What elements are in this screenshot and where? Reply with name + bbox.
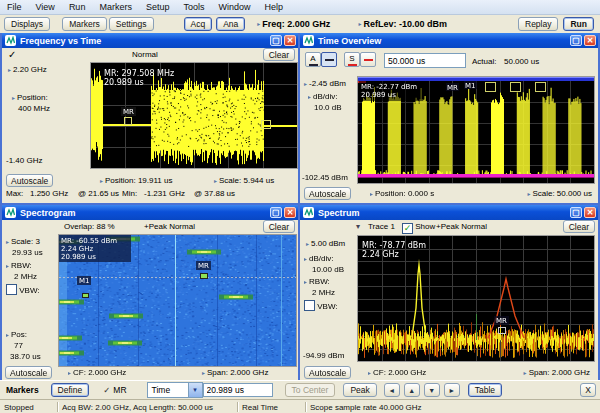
clear-button[interactable]: Clear [263, 220, 295, 233]
overlap-readout[interactable]: Overlap: 88 % [64, 222, 115, 231]
table-button[interactable]: Table [468, 383, 502, 397]
spin-icon[interactable]: ▸ [368, 370, 371, 376]
run-button[interactable]: Run [563, 17, 594, 31]
ana-button[interactable]: Ana [216, 17, 245, 31]
close-markers-bar-button[interactable]: X [580, 383, 596, 397]
maximize-icon[interactable]: ▢ [570, 35, 582, 46]
spectrum-plot[interactable] [357, 235, 595, 362]
y-axis-top-label[interactable]: 5.00 dBm [311, 239, 345, 248]
spin-icon[interactable]: ▸ [308, 94, 311, 100]
vbw-checkbox[interactable] [304, 300, 315, 311]
spin-icon[interactable]: ▸ [12, 95, 15, 101]
time-overview-titlebar[interactable]: Time Overview ▢ ✕ [300, 33, 598, 48]
trace-check-icon[interactable]: ✓ [8, 49, 16, 60]
span-readout[interactable]: Span: 2.000 GHz [207, 368, 268, 377]
spin-icon[interactable]: ▸ [68, 370, 71, 376]
dropdown-icon[interactable]: ▾ [188, 383, 202, 397]
peak-button[interactable]: Peak [343, 383, 376, 397]
dbdiv-value[interactable]: 10.0 dB [314, 103, 342, 112]
spectrum-length-button[interactable]: S [344, 52, 360, 67]
displays-button[interactable]: Displays [4, 17, 50, 31]
cf-readout[interactable]: CF: 2.000 GHz [73, 368, 126, 377]
spin-icon[interactable]: ▸ [6, 263, 9, 269]
spin-icon[interactable]: ▸ [524, 370, 527, 376]
markers-button[interactable]: Markers [62, 17, 107, 31]
spin-icon[interactable]: ▸ [304, 81, 307, 87]
close-icon[interactable]: ✕ [284, 207, 296, 218]
spin-icon[interactable]: ▸ [370, 191, 373, 197]
menu-item-window[interactable]: Window [211, 2, 257, 12]
y-axis-top-label[interactable]: -2.45 dBm [309, 79, 346, 88]
menu-item-markers[interactable]: Markers [92, 2, 139, 12]
y-axis-top-label[interactable]: 2.20 GHz [13, 65, 47, 74]
menu-item-setup[interactable]: Setup [139, 2, 177, 12]
marker-value-input[interactable] [203, 383, 273, 397]
x-position-readout[interactable]: Position: 19.911 us [105, 176, 172, 185]
peak-down-button[interactable]: ▼ [424, 383, 440, 397]
spin-icon[interactable]: ▸ [8, 67, 11, 73]
marker-domain-select[interactable]: Time ▾ [147, 382, 203, 398]
spectrum-length-auto-button[interactable] [360, 52, 376, 67]
spin-icon[interactable]: ▸ [304, 256, 307, 262]
peak-left-button[interactable]: ◄ [384, 383, 400, 397]
spin-icon[interactable]: ▸ [358, 21, 361, 27]
x-scale-readout[interactable]: Scale: 5.944 us [219, 176, 274, 185]
freq-vs-time-plot[interactable] [90, 62, 298, 169]
x-scale-readout[interactable]: Scale: 50.000 us [532, 189, 592, 198]
analysis-length-auto-button[interactable] [321, 52, 337, 67]
cf-readout[interactable]: CF: 2.000 GHz [373, 368, 426, 377]
close-icon[interactable]: ✕ [584, 35, 596, 46]
autoscale-button[interactable]: Autoscale [6, 174, 53, 187]
spectrum-titlebar[interactable]: Spectrum ▢ ✕ [300, 205, 598, 220]
menu-item-run[interactable]: Run [62, 2, 93, 12]
spin-icon[interactable]: ▸ [100, 178, 103, 184]
analysis-length-input[interactable] [384, 53, 466, 68]
frequency-vs-time-titlebar[interactable]: Frequency vs Time ▢ ✕ [2, 33, 298, 48]
menu-item-file[interactable]: File [0, 2, 29, 12]
trace-select[interactable]: Trace 1 [368, 222, 395, 231]
settings-button[interactable]: Settings [109, 17, 154, 31]
dbdiv-value[interactable]: 10.00 dB [312, 265, 344, 274]
menu-item-tools[interactable]: Tools [176, 2, 211, 12]
peak-right-button[interactable]: ► [444, 383, 460, 397]
maximize-icon[interactable]: ▢ [270, 207, 282, 218]
close-icon[interactable]: ✕ [584, 207, 596, 218]
maximize-icon[interactable]: ▢ [270, 35, 282, 46]
autoscale-button[interactable]: Autoscale [5, 366, 52, 379]
spectrogram-plot[interactable] [58, 234, 297, 367]
close-icon[interactable]: ✕ [284, 35, 296, 46]
define-button[interactable]: Define [51, 383, 90, 397]
x-position-readout[interactable]: Position: 0.000 s [375, 189, 434, 198]
analysis-length-button[interactable]: A [305, 52, 321, 67]
menu-item-help[interactable]: Help [257, 2, 290, 12]
replay-button[interactable]: Replay [518, 17, 558, 31]
marker-check-icon[interactable]: ✓ [103, 385, 110, 395]
clear-button[interactable]: Clear [263, 48, 295, 61]
position-value[interactable]: 400 MHz [18, 104, 50, 113]
rbw-value[interactable]: 2 MHz [312, 288, 335, 297]
rbw-value[interactable]: 2 MHz [14, 272, 37, 281]
freq-readout[interactable]: Freq: 2.000 GHz [262, 19, 330, 29]
spin-icon[interactable]: ▸ [6, 332, 9, 338]
spin-icon[interactable]: ▸ [257, 21, 260, 27]
reflev-readout[interactable]: RefLev: -10.00 dBm [363, 19, 447, 29]
autoscale-button[interactable]: Autoscale [304, 187, 351, 200]
spin-icon[interactable]: ▸ [527, 191, 530, 197]
spin-icon[interactable]: ▸ [6, 239, 9, 245]
scale-label[interactable]: Scale: 3 [11, 237, 40, 246]
maximize-icon[interactable]: ▢ [570, 207, 582, 218]
to-center-button[interactable]: To Center [285, 383, 336, 397]
trace-dropdown-icon[interactable]: ▾ [356, 222, 360, 231]
menu-item-view[interactable]: View [29, 2, 62, 12]
spin-icon[interactable]: ▸ [202, 370, 205, 376]
span-readout[interactable]: Span: 2.000 GHz [529, 368, 590, 377]
peak-up-button[interactable]: ▲ [404, 383, 420, 397]
clear-button[interactable]: Clear [563, 220, 595, 233]
time-overview-plot[interactable] [357, 76, 595, 184]
spin-icon[interactable]: ▸ [306, 241, 309, 247]
spin-icon[interactable]: ▸ [214, 178, 217, 184]
autoscale-button[interactable]: Autoscale [304, 366, 351, 379]
acq-button[interactable]: Acq [184, 17, 213, 31]
vbw-checkbox[interactable] [6, 284, 17, 295]
spin-icon[interactable]: ▸ [304, 279, 307, 285]
